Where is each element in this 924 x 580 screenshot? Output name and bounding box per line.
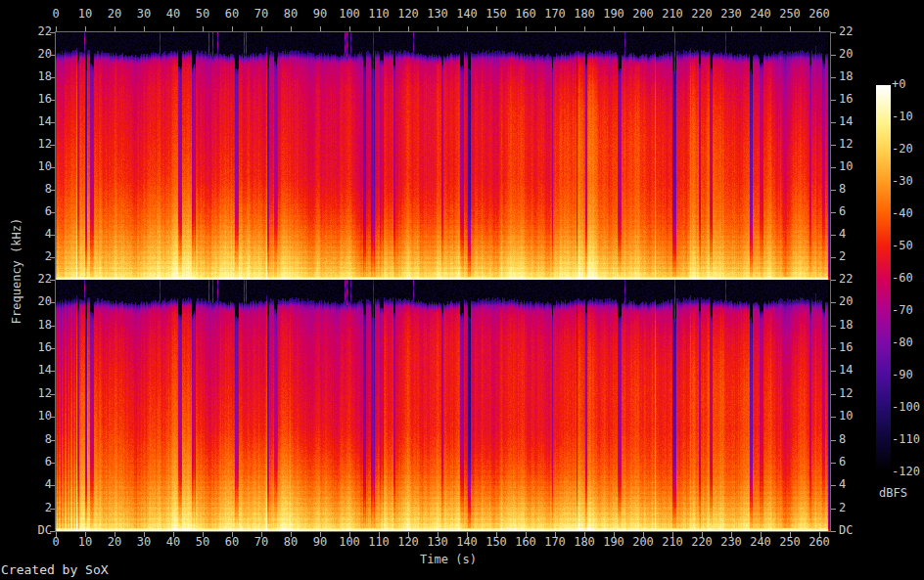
freq-tick-right <box>831 302 836 303</box>
time-tick-label-top: 130 <box>427 8 448 21</box>
time-tick-label-top: 170 <box>544 8 566 21</box>
freq-tick-label-right: 16 <box>839 93 853 106</box>
time-tick-label-bottom: 120 <box>397 536 419 549</box>
time-tick-top <box>85 26 86 31</box>
time-tick-label-top: 30 <box>137 8 151 21</box>
freq-tick-label-left: 10 <box>20 160 52 173</box>
freq-tick-label-left: 12 <box>20 387 52 400</box>
time-tick-label-top: 50 <box>196 8 209 21</box>
time-tick-label-top: 20 <box>108 8 121 21</box>
freq-tick-left <box>50 440 55 441</box>
time-tick-label-bottom: 20 <box>108 536 121 549</box>
time-tick-label-top: 100 <box>339 8 360 21</box>
colorbar-tick-label: -10 <box>892 111 913 123</box>
freq-tick-right <box>831 348 836 349</box>
freq-tick-left <box>50 212 55 213</box>
time-tick-label-bottom: 210 <box>662 536 683 549</box>
time-tick-label-bottom: 180 <box>574 536 595 549</box>
freq-tick-right <box>831 280 836 281</box>
freq-tick-right <box>831 417 836 418</box>
time-tick-top <box>232 26 233 31</box>
freq-tick-label-right: 16 <box>839 341 853 354</box>
freq-tick-left <box>50 145 55 146</box>
freq-tick-right <box>831 32 836 33</box>
freq-tick-label-right: 12 <box>839 387 853 400</box>
time-tick-bottom <box>467 532 468 537</box>
time-tick-top <box>731 26 732 31</box>
time-tick-top <box>761 26 762 31</box>
time-tick-top <box>584 26 585 31</box>
time-tick-top <box>496 26 497 31</box>
freq-tick-label-left: 16 <box>20 93 52 106</box>
freq-tick-label-right: 14 <box>839 115 853 128</box>
time-tick-top <box>702 26 703 31</box>
time-axis-title: Time (s) <box>420 554 477 566</box>
freq-tick-label-left: 18 <box>20 70 52 83</box>
time-tick-label-bottom: 140 <box>456 536 478 549</box>
freq-tick-label-right: 2 <box>839 250 846 263</box>
freq-tick-right <box>831 167 836 168</box>
freq-tick-left <box>50 280 55 281</box>
freq-tick-label-right: 20 <box>839 48 853 61</box>
time-tick-label-top: 240 <box>750 8 771 21</box>
freq-tick-label-right: 18 <box>839 70 853 83</box>
time-tick-top <box>438 26 439 31</box>
freq-tick-right <box>831 440 836 441</box>
freq-tick-right <box>831 509 836 510</box>
freq-tick-label-right: 18 <box>839 319 853 332</box>
freq-tick-left <box>50 167 55 168</box>
freq-tick-right <box>831 145 836 146</box>
time-tick-top <box>261 26 262 31</box>
spectrogram-channel-1 <box>56 32 830 280</box>
time-tick-bottom <box>672 532 673 537</box>
freq-tick-label-left: 6 <box>20 456 52 468</box>
time-tick-top <box>555 26 556 31</box>
time-tick-label-top: 250 <box>779 8 801 21</box>
time-tick-top <box>643 26 644 31</box>
freq-tick-label-left: 8 <box>20 433 52 446</box>
time-tick-bottom <box>291 532 292 537</box>
freq-tick-left <box>50 348 55 349</box>
time-tick-label-top: 80 <box>284 8 298 21</box>
freq-tick-label-right: 10 <box>839 160 853 173</box>
freq-tick-right <box>831 212 836 213</box>
time-tick-label-top: 0 <box>52 8 59 21</box>
time-tick-bottom <box>56 532 57 537</box>
freq-tick-label-right: 6 <box>839 456 846 468</box>
freq-tick-right <box>831 122 836 123</box>
freq-tick-label-left: 20 <box>20 48 52 61</box>
time-tick-top <box>672 26 673 31</box>
time-tick-label-top: 10 <box>78 8 92 21</box>
time-tick-label-top: 180 <box>574 8 595 21</box>
time-tick-label-bottom: 10 <box>78 536 92 549</box>
colorbar-tick-label: -100 <box>892 401 920 414</box>
time-tick-bottom <box>232 532 233 537</box>
freq-tick-right <box>831 326 836 327</box>
time-tick-bottom <box>261 532 262 537</box>
time-tick-label-bottom: 80 <box>284 536 298 549</box>
time-tick-bottom <box>408 532 409 537</box>
freq-tick-label-right: 2 <box>839 502 846 514</box>
time-tick-top <box>790 26 791 31</box>
time-tick-top <box>203 26 204 31</box>
freq-tick-label-right: 10 <box>839 410 853 423</box>
time-tick-top <box>614 26 615 31</box>
freq-tick-label-right: 6 <box>839 205 846 218</box>
time-tick-label-bottom: 160 <box>515 536 536 549</box>
time-tick-label-bottom: 220 <box>691 536 713 549</box>
time-tick-label-bottom: 110 <box>368 536 390 549</box>
time-tick-top <box>379 26 380 31</box>
time-tick-bottom <box>496 532 497 537</box>
time-tick-label-top: 230 <box>720 8 742 21</box>
time-tick-label-top: 260 <box>808 8 830 21</box>
freq-tick-left <box>50 55 55 56</box>
time-tick-bottom <box>614 532 615 537</box>
time-tick-label-top: 220 <box>691 8 713 21</box>
frequency-axis-title: Frequency (kHz) <box>11 193 24 349</box>
freq-tick-left <box>50 417 55 418</box>
sox-spectrogram-window: 0010102020303040405050606070708080909010… <box>0 0 924 580</box>
freq-tick-label-left: 12 <box>20 138 52 151</box>
time-tick-label-bottom: 100 <box>339 536 360 549</box>
freq-tick-label-right: 8 <box>839 433 846 446</box>
colorbar-tick-label: -50 <box>892 240 913 252</box>
